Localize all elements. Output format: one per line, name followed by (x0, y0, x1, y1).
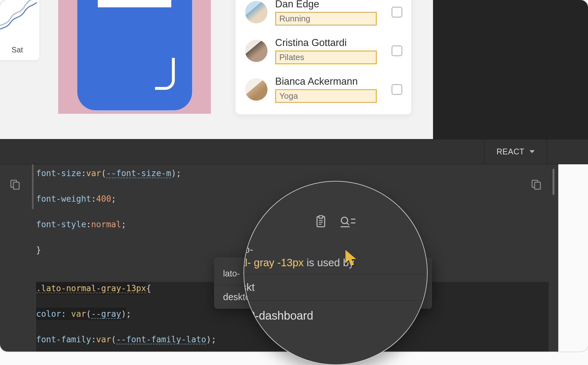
clipboard-icon[interactable] (315, 215, 327, 228)
person-name: Bianca Ackermann (275, 76, 384, 87)
avatar (245, 78, 267, 101)
chart-day-label: Sat (0, 45, 37, 54)
people-list-card[interactable]: Dan Edge Running Cristina Gottardi Pilat… (236, 0, 411, 114)
checkbox[interactable] (391, 7, 402, 18)
checkbox[interactable] (391, 45, 402, 56)
popup-class-fragment: rmal- gray -13px (244, 257, 304, 268)
avatar (245, 40, 267, 62)
design-canvas[interactable]: Sat (0, 0, 588, 139)
list-item[interactable]: Dan Edge Running (245, 0, 402, 26)
chart-card[interactable]: Sat (0, 0, 39, 60)
list-item[interactable]: Bianca Ackermann Yoga (245, 76, 402, 103)
magnifier-overlay: lato- rmal- gray -13px is used by deskt … (244, 181, 428, 365)
scrollbar[interactable] (553, 169, 554, 195)
blue-card-frame[interactable] (58, 0, 211, 114)
chevron-down-icon (530, 150, 535, 153)
framework-select[interactable]: REACT (484, 139, 547, 164)
popup-class-prefix: lato- (244, 240, 428, 255)
search-list-icon[interactable] (340, 215, 356, 228)
popup-item-partial[interactable]: deskt (244, 275, 428, 300)
blue-card (81, 0, 188, 106)
gutter-marker (32, 164, 34, 209)
copy-icon[interactable] (531, 179, 542, 190)
card-shine-icon (155, 58, 175, 90)
checkbox[interactable] (391, 84, 402, 95)
activity-tag[interactable]: Running (275, 12, 377, 26)
framework-label: REACT (497, 147, 524, 156)
svg-rect-3 (13, 182, 19, 189)
svg-rect-7 (319, 216, 323, 218)
cursor-icon (344, 249, 360, 267)
usage-popup-zoom: lato- rmal- gray -13px is used by deskt … (244, 240, 428, 331)
popup-toolbar (244, 215, 428, 240)
panel-dropdown-button[interactable] (547, 139, 588, 164)
line-chart-icon (0, 0, 37, 43)
framework-tabbar: REACT (0, 139, 588, 164)
svg-rect-5 (535, 182, 540, 189)
right-dark-panel (433, 0, 588, 139)
svg-line-12 (347, 223, 349, 225)
activity-tag[interactable]: Yoga (275, 89, 377, 103)
person-name: Dan Edge (275, 0, 384, 10)
activity-tag[interactable]: Pilates (275, 50, 377, 64)
list-item[interactable]: Cristina Gottardi Pilates (245, 37, 402, 64)
person-name: Cristina Gottardi (275, 37, 384, 49)
avatar (245, 1, 267, 23)
gauge-icon (98, 0, 171, 7)
popup-item[interactable]: 1280-dashboard Curre (244, 300, 428, 331)
copy-icon[interactable] (10, 179, 20, 190)
